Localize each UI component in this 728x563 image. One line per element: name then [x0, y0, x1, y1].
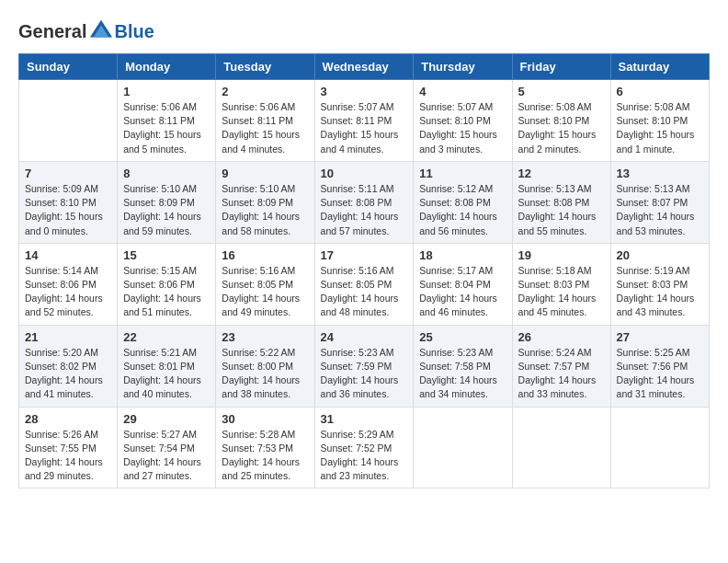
day-number: 18: [419, 248, 506, 262]
calendar-cell: 27Sunrise: 5:25 AMSunset: 7:56 PMDayligh…: [610, 325, 709, 407]
day-number: 21: [25, 330, 111, 344]
logo-icon: [88, 18, 114, 44]
calendar-week-row: 28Sunrise: 5:26 AMSunset: 7:55 PMDayligh…: [19, 407, 710, 488]
calendar-cell: 5Sunrise: 5:08 AMSunset: 8:10 PMDaylight…: [512, 80, 610, 162]
day-info: Sunrise: 5:09 AMSunset: 8:10 PMDaylight:…: [25, 182, 111, 238]
calendar-cell: 18Sunrise: 5:17 AMSunset: 8:04 PMDayligh…: [414, 243, 512, 325]
day-info: Sunrise: 5:19 AMSunset: 8:03 PMDaylight:…: [617, 264, 703, 320]
calendar-cell: [610, 407, 709, 488]
day-number: 7: [25, 167, 111, 180]
weekday-header-wednesday: Wednesday: [314, 54, 414, 80]
day-info: Sunrise: 5:08 AMSunset: 8:10 PMDaylight:…: [518, 100, 605, 156]
calendar-header: SundayMondayTuesdayWednesdayThursdayFrid…: [19, 54, 710, 80]
calendar-week-row: 7Sunrise: 5:09 AMSunset: 8:10 PMDaylight…: [19, 161, 710, 243]
calendar-cell: 13Sunrise: 5:13 AMSunset: 8:07 PMDayligh…: [610, 161, 709, 243]
day-number: 24: [321, 330, 408, 344]
day-info: Sunrise: 5:29 AMSunset: 7:52 PMDaylight:…: [321, 428, 408, 484]
calendar-cell: 4Sunrise: 5:07 AMSunset: 8:10 PMDaylight…: [414, 80, 512, 162]
day-number: 27: [617, 330, 703, 344]
calendar-cell: 12Sunrise: 5:13 AMSunset: 8:08 PMDayligh…: [512, 161, 610, 243]
day-info: Sunrise: 5:15 AMSunset: 8:06 PMDaylight:…: [123, 264, 210, 320]
day-number: 25: [419, 330, 506, 344]
calendar-cell: 28Sunrise: 5:26 AMSunset: 7:55 PMDayligh…: [19, 407, 118, 488]
day-info: Sunrise: 5:10 AMSunset: 8:09 PMDaylight:…: [222, 182, 308, 238]
calendar-cell: 29Sunrise: 5:27 AMSunset: 7:54 PMDayligh…: [118, 407, 216, 488]
day-info: Sunrise: 5:27 AMSunset: 7:54 PMDaylight:…: [123, 428, 210, 484]
weekday-header-thursday: Thursday: [414, 54, 512, 80]
calendar-cell: 31Sunrise: 5:29 AMSunset: 7:52 PMDayligh…: [314, 407, 414, 488]
day-number: 5: [518, 85, 605, 98]
weekday-header-monday: Monday: [118, 54, 216, 80]
day-number: 22: [123, 330, 210, 344]
day-number: 19: [518, 248, 605, 262]
calendar-cell: 25Sunrise: 5:23 AMSunset: 7:58 PMDayligh…: [414, 325, 512, 407]
day-info: Sunrise: 5:11 AMSunset: 8:08 PMDaylight:…: [321, 182, 408, 238]
day-number: 26: [518, 330, 605, 344]
weekday-header-row: SundayMondayTuesdayWednesdayThursdayFrid…: [19, 54, 710, 80]
calendar-cell: 24Sunrise: 5:23 AMSunset: 7:59 PMDayligh…: [314, 325, 414, 407]
day-number: 28: [25, 412, 111, 426]
day-info: Sunrise: 5:12 AMSunset: 8:08 PMDaylight:…: [419, 182, 506, 238]
calendar-cell: 21Sunrise: 5:20 AMSunset: 8:02 PMDayligh…: [19, 325, 118, 407]
day-info: Sunrise: 5:22 AMSunset: 8:00 PMDaylight:…: [222, 346, 308, 402]
day-number: 29: [123, 412, 210, 426]
calendar-cell: 10Sunrise: 5:11 AMSunset: 8:08 PMDayligh…: [314, 161, 414, 243]
calendar-week-row: 21Sunrise: 5:20 AMSunset: 8:02 PMDayligh…: [19, 325, 710, 407]
calendar-cell: 7Sunrise: 5:09 AMSunset: 8:10 PMDaylight…: [19, 161, 118, 243]
calendar-cell: 11Sunrise: 5:12 AMSunset: 8:08 PMDayligh…: [414, 161, 512, 243]
day-number: 13: [617, 167, 703, 180]
calendar-cell: 22Sunrise: 5:21 AMSunset: 8:01 PMDayligh…: [118, 325, 216, 407]
day-number: 2: [222, 85, 308, 98]
calendar-cell: 16Sunrise: 5:16 AMSunset: 8:05 PMDayligh…: [216, 243, 314, 325]
weekday-header-tuesday: Tuesday: [216, 54, 314, 80]
day-number: 8: [123, 167, 210, 180]
page-header: General Blue: [18, 18, 710, 44]
calendar-cell: 9Sunrise: 5:10 AMSunset: 8:09 PMDaylight…: [216, 161, 314, 243]
weekday-header-saturday: Saturday: [610, 54, 709, 80]
day-info: Sunrise: 5:16 AMSunset: 8:05 PMDaylight:…: [321, 264, 408, 320]
day-info: Sunrise: 5:16 AMSunset: 8:05 PMDaylight:…: [222, 264, 308, 320]
calendar-cell: 6Sunrise: 5:08 AMSunset: 8:10 PMDaylight…: [610, 80, 709, 162]
calendar-cell: 17Sunrise: 5:16 AMSunset: 8:05 PMDayligh…: [314, 243, 414, 325]
day-info: Sunrise: 5:23 AMSunset: 7:58 PMDaylight:…: [419, 346, 506, 402]
day-info: Sunrise: 5:07 AMSunset: 8:10 PMDaylight:…: [419, 100, 506, 156]
day-number: 9: [222, 167, 308, 180]
day-info: Sunrise: 5:28 AMSunset: 7:53 PMDaylight:…: [222, 428, 308, 484]
day-number: 12: [518, 167, 605, 180]
calendar-cell: 30Sunrise: 5:28 AMSunset: 7:53 PMDayligh…: [216, 407, 314, 488]
day-number: 30: [222, 412, 308, 426]
day-info: Sunrise: 5:20 AMSunset: 8:02 PMDaylight:…: [25, 346, 111, 402]
day-number: 10: [321, 167, 408, 180]
calendar-week-row: 14Sunrise: 5:14 AMSunset: 8:06 PMDayligh…: [19, 243, 710, 325]
logo-text-blue: Blue: [114, 21, 154, 42]
calendar-cell: 15Sunrise: 5:15 AMSunset: 8:06 PMDayligh…: [118, 243, 216, 325]
day-info: Sunrise: 5:13 AMSunset: 8:08 PMDaylight:…: [518, 182, 605, 238]
day-number: 1: [123, 85, 210, 98]
day-info: Sunrise: 5:08 AMSunset: 8:10 PMDaylight:…: [617, 100, 703, 156]
day-info: Sunrise: 5:24 AMSunset: 7:57 PMDaylight:…: [518, 346, 605, 402]
day-info: Sunrise: 5:26 AMSunset: 7:55 PMDaylight:…: [25, 428, 111, 484]
day-number: 4: [419, 85, 506, 98]
day-number: 11: [419, 167, 506, 180]
calendar-cell: 8Sunrise: 5:10 AMSunset: 8:09 PMDaylight…: [118, 161, 216, 243]
day-info: Sunrise: 5:06 AMSunset: 8:11 PMDaylight:…: [222, 100, 308, 156]
day-info: Sunrise: 5:13 AMSunset: 8:07 PMDaylight:…: [617, 182, 703, 238]
day-info: Sunrise: 5:18 AMSunset: 8:03 PMDaylight:…: [518, 264, 605, 320]
calendar-cell: 23Sunrise: 5:22 AMSunset: 8:00 PMDayligh…: [216, 325, 314, 407]
calendar-body: 1Sunrise: 5:06 AMSunset: 8:11 PMDaylight…: [19, 80, 710, 488]
weekday-header-friday: Friday: [512, 54, 610, 80]
day-number: 23: [222, 330, 308, 344]
weekday-header-sunday: Sunday: [19, 54, 118, 80]
day-number: 31: [321, 412, 408, 426]
calendar-cell: 2Sunrise: 5:06 AMSunset: 8:11 PMDaylight…: [216, 80, 314, 162]
calendar-cell: [414, 407, 512, 488]
day-info: Sunrise: 5:06 AMSunset: 8:11 PMDaylight:…: [123, 100, 210, 156]
day-info: Sunrise: 5:23 AMSunset: 7:59 PMDaylight:…: [321, 346, 408, 402]
calendar-cell: [19, 80, 118, 162]
day-number: 3: [321, 85, 408, 98]
calendar-cell: 19Sunrise: 5:18 AMSunset: 8:03 PMDayligh…: [512, 243, 610, 325]
day-info: Sunrise: 5:14 AMSunset: 8:06 PMDaylight:…: [25, 264, 111, 320]
day-number: 16: [222, 248, 308, 262]
calendar-cell: 20Sunrise: 5:19 AMSunset: 8:03 PMDayligh…: [610, 243, 709, 325]
logo: General Blue: [18, 18, 154, 44]
